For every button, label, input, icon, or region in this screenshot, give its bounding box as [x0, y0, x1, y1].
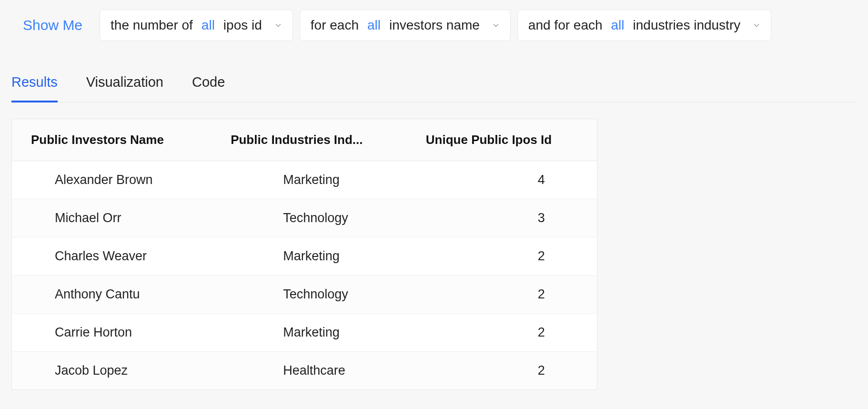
query-pill-groupby-1[interactable]: for each all investors name — [300, 10, 511, 41]
pill-field[interactable]: investors name — [389, 18, 480, 33]
tab-results[interactable]: Results — [11, 74, 58, 102]
cell-count: 4 — [407, 161, 597, 199]
cell-investor-name: Alexander Brown — [12, 161, 212, 199]
pill-scope[interactable]: all — [611, 18, 625, 33]
cell-industry: Technology — [212, 199, 407, 237]
cell-industry: Marketing — [212, 237, 407, 276]
chevron-down-icon[interactable] — [751, 20, 762, 30]
col-header-investors-name[interactable]: Public Investors Name — [12, 119, 212, 161]
table-row[interactable]: Jacob LopezHealthcare2 — [12, 352, 597, 390]
col-header-industries[interactable]: Public Industries Ind... — [212, 119, 407, 161]
table-row[interactable]: Charles WeaverMarketing2 — [12, 237, 597, 276]
pill-scope[interactable]: all — [202, 18, 215, 33]
cell-industry: Marketing — [212, 314, 407, 352]
cell-industry: Marketing — [212, 161, 407, 199]
tabs: Results Visualization Code — [11, 74, 857, 102]
show-me-label[interactable]: Show Me — [11, 17, 88, 33]
results-table-wrap: Public Investors Name Public Industries … — [11, 119, 857, 390]
cell-count: 2 — [407, 352, 597, 390]
tab-code[interactable]: Code — [192, 74, 225, 102]
chevron-down-icon[interactable] — [490, 20, 502, 30]
cell-count: 2 — [407, 276, 597, 314]
cell-industry: Healthcare — [212, 352, 407, 390]
table-header-row: Public Investors Name Public Industries … — [12, 119, 597, 161]
pill-scope[interactable]: all — [367, 18, 381, 33]
cell-investor-name: Jacob Lopez — [12, 352, 212, 390]
pill-prefix: the number of — [111, 18, 193, 33]
col-header-ipos-id[interactable]: Unique Public Ipos Id — [407, 119, 597, 161]
query-pill-group: the number of all ipos id for each all i… — [100, 10, 771, 41]
cell-count: 2 — [407, 237, 597, 276]
query-pill-metric[interactable]: the number of all ipos id — [100, 10, 293, 41]
tab-visualization[interactable]: Visualization — [86, 74, 163, 102]
pill-field[interactable]: ipos id — [223, 18, 262, 33]
cell-industry: Technology — [212, 276, 407, 314]
table-row[interactable]: Alexander BrownMarketing4 — [12, 161, 597, 199]
table-row[interactable]: Carrie HortonMarketing2 — [12, 314, 597, 352]
pill-prefix: and for each — [528, 18, 603, 33]
query-pill-groupby-2[interactable]: and for each all industries industry — [517, 10, 771, 41]
cell-investor-name: Carrie Horton — [12, 314, 212, 352]
cell-count: 3 — [407, 199, 597, 237]
query-builder-row: Show Me the number of all ipos id for ea… — [11, 10, 857, 41]
results-table: Public Investors Name Public Industries … — [11, 119, 597, 390]
cell-investor-name: Anthony Cantu — [12, 276, 212, 314]
pill-field[interactable]: industries industry — [633, 18, 741, 33]
table-row[interactable]: Anthony CantuTechnology2 — [12, 276, 597, 314]
chevron-down-icon[interactable] — [273, 20, 284, 30]
cell-investor-name: Michael Orr — [12, 199, 212, 237]
cell-investor-name: Charles Weaver — [12, 237, 212, 276]
table-row[interactable]: Michael OrrTechnology3 — [12, 199, 597, 237]
pill-prefix: for each — [311, 18, 359, 33]
cell-count: 2 — [407, 314, 597, 352]
